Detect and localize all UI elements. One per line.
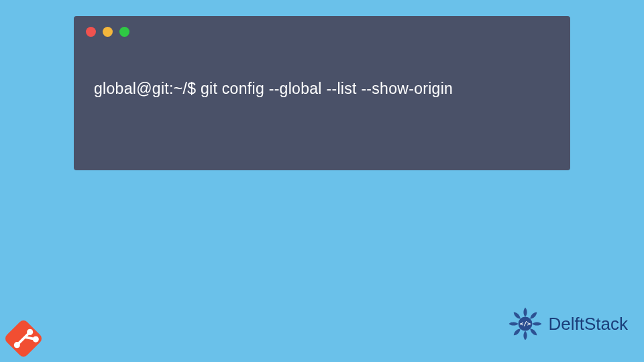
terminal-prompt: global@git:~/$	[94, 80, 201, 97]
close-icon[interactable]	[86, 27, 96, 37]
maximize-icon[interactable]	[119, 27, 129, 37]
delftstack-text: DelftStack	[549, 314, 629, 335]
terminal-command: git config --global --list --show-origin	[201, 80, 453, 97]
terminal-line: global@git:~/$ git config --global --lis…	[94, 80, 550, 98]
terminal-body[interactable]: global@git:~/$ git config --global --lis…	[74, 48, 570, 98]
delftstack-branding: </> DelftStack	[506, 304, 629, 343]
svg-text:</>: </>	[519, 320, 531, 327]
delftstack-emblem-icon: </>	[506, 304, 545, 343]
minimize-icon[interactable]	[103, 27, 113, 37]
window-controls	[74, 16, 570, 48]
terminal-window: global@git:~/$ git config --global --lis…	[74, 16, 570, 170]
git-logo-icon	[0, 315, 47, 362]
